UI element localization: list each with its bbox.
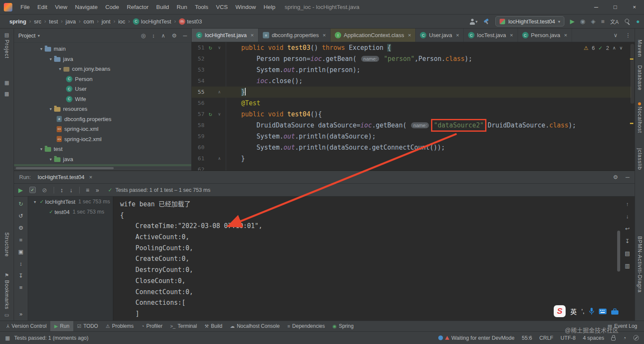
run-configuration-select[interactable]: locHightTest.test04 ▾ bbox=[495, 16, 564, 26]
tool-window-nocalhost-stripe[interactable]: Nocalhost bbox=[637, 102, 643, 133]
code-text[interactable]: } bbox=[224, 87, 631, 98]
project-tree-item-com-jont-ioc[interactable]: ▾com.jont.ioc bbox=[14, 164, 191, 166]
sort-by-duration-button[interactable]: ↓ bbox=[70, 187, 73, 194]
tool-window-structure-stripe[interactable]: Structure bbox=[0, 232, 14, 257]
expand-arrow-icon[interactable]: ▾ bbox=[38, 46, 45, 51]
code-text[interactable]: ioc.close(); bbox=[224, 75, 631, 87]
close-tab-icon[interactable]: × bbox=[510, 32, 513, 38]
up-stacktrace-icon[interactable]: ↑ bbox=[626, 201, 629, 207]
breadcrumb-src[interactable]: src bbox=[34, 18, 41, 25]
test-tree-item-test04[interactable]: ✓test041 sec 753 ms bbox=[28, 207, 113, 217]
project-tree-item-test[interactable]: ▾test bbox=[14, 144, 191, 154]
code-text[interactable]: DruidDataSource dataSource=ioc.getBean( … bbox=[224, 120, 631, 131]
close-tab-icon[interactable]: × bbox=[564, 32, 567, 38]
tool-window-bpmn-activiti-diagra-stripe[interactable]: BPMN-Activiti-Diagra bbox=[637, 236, 643, 293]
close-window-button[interactable]: × bbox=[625, 0, 644, 14]
code-text[interactable]: @Test bbox=[224, 98, 631, 109]
translate-button[interactable]: 文A bbox=[610, 18, 619, 25]
fold-icon[interactable]: ∧ bbox=[215, 153, 224, 164]
clear-console-icon[interactable]: ▥ bbox=[625, 263, 630, 269]
expand-arrow-icon[interactable]: ▾ bbox=[47, 157, 54, 162]
project-tree-item-spring-ioc2-xml[interactable]: <>spring-ioc2.xml bbox=[14, 134, 191, 145]
editor-tab-loctest-java[interactable]: ClocTest.java× bbox=[464, 29, 518, 42]
status-widget-55-6[interactable]: 55:6 bbox=[522, 335, 532, 341]
warning-stripe-mark[interactable] bbox=[630, 58, 633, 60]
fold-icon[interactable]: ∨ bbox=[215, 109, 224, 120]
chevron-down-icon[interactable]: ▾ bbox=[37, 33, 40, 38]
show-passed-toggle[interactable]: ✓ bbox=[29, 187, 36, 193]
more-icon[interactable]: » bbox=[19, 311, 22, 317]
close-tab-icon[interactable]: × bbox=[250, 32, 254, 38]
rerun-icon[interactable]: ↻ bbox=[19, 201, 23, 207]
project-settings-button[interactable]: ⚙ bbox=[172, 32, 177, 39]
maximize-window-button[interactable]: □ bbox=[606, 0, 625, 14]
run-test-gutter-icon[interactable]: ↻ bbox=[206, 109, 215, 120]
locate-file-button[interactable]: ◎ bbox=[141, 32, 146, 39]
hidden-tabs-button[interactable]: ∨ bbox=[610, 29, 621, 42]
run-test-gutter-icon[interactable]: ↻ bbox=[206, 42, 215, 53]
tool-window-project-stripe[interactable]: ▤ Project bbox=[0, 32, 14, 58]
close-icon[interactable]: × bbox=[89, 174, 92, 180]
menu-window[interactable]: Window bbox=[232, 4, 260, 10]
run-button[interactable]: ▶ bbox=[570, 18, 575, 25]
expand-all-button[interactable]: ↕ bbox=[152, 32, 155, 39]
monitor-icon[interactable]: ▭ bbox=[0, 312, 14, 318]
tool-window-run[interactable]: ▶Run bbox=[50, 321, 73, 331]
sogou-logo-icon[interactable]: S bbox=[554, 305, 566, 317]
pull-requests-tool-icon[interactable]: ▩ bbox=[0, 91, 14, 97]
tool-window-maven-stripe[interactable]: Maven bbox=[637, 40, 643, 57]
tool-window-version-control[interactable]: YVersion Control bbox=[3, 321, 50, 331]
project-tree-item-wife[interactable]: CWife bbox=[14, 94, 191, 104]
breadcrumb-test03[interactable]: mtest03 bbox=[179, 18, 202, 25]
editor-tab-person-java[interactable]: CPerson.java× bbox=[518, 29, 572, 42]
fold-icon[interactable]: ∨ bbox=[215, 42, 224, 53]
project-tree-item-person[interactable]: CPerson bbox=[14, 74, 191, 84]
expand-arrow-icon[interactable]: ▾ bbox=[47, 107, 54, 111]
breadcrumb-spring[interactable]: spring bbox=[9, 18, 26, 25]
stop-process-button[interactable]: ⊘ bbox=[42, 187, 47, 194]
tool-window-jclasslib-stripe[interactable]: jclasslib bbox=[637, 148, 643, 170]
project-tree-item-resources[interactable]: ▾resources bbox=[14, 104, 191, 114]
tool-window-terminal[interactable]: >_Terminal bbox=[166, 321, 201, 331]
tool-window-todo[interactable]: ☑TODO bbox=[73, 321, 102, 331]
warning-stripe-mark[interactable] bbox=[630, 123, 633, 124]
notifications-icon[interactable] bbox=[633, 335, 639, 341]
collapse-all-button[interactable]: ∧ bbox=[161, 32, 166, 39]
breadcrumb-java[interactable]: java bbox=[66, 18, 76, 25]
editor-tab-applicationcontext-class[interactable]: IApplicationContext.class× bbox=[331, 29, 416, 42]
menu-tools[interactable]: Tools bbox=[191, 4, 212, 10]
menu-help[interactable]: Help bbox=[260, 4, 279, 10]
menu-run[interactable]: Run bbox=[173, 4, 191, 10]
status-widget-crlf[interactable]: CRLF bbox=[539, 335, 553, 341]
tool-window-nocalhost-console[interactable]: ☁Nocalhost Console bbox=[226, 321, 284, 331]
menu-vcs[interactable]: VCS bbox=[212, 4, 232, 10]
tool-window-problems[interactable]: ⚠Problems bbox=[102, 321, 138, 331]
rerun-failed-icon[interactable]: ↺ bbox=[19, 213, 23, 219]
previous-problem-button[interactable]: ∧ bbox=[612, 45, 616, 51]
project-tree-item-spring-ioc-xml[interactable]: <>spring-ioc.xml bbox=[14, 124, 191, 134]
expand-arrow-icon[interactable]: ▾ bbox=[57, 66, 63, 71]
editor-tab-user-java[interactable]: CUser.java× bbox=[416, 29, 464, 42]
code-text[interactable] bbox=[224, 164, 631, 171]
down-stacktrace-icon[interactable]: ↓ bbox=[626, 213, 629, 220]
project-tree-item-java[interactable]: ▾java bbox=[14, 154, 191, 165]
stop-icon[interactable]: ■ bbox=[19, 237, 23, 243]
minimize-panel-icon[interactable]: ─ bbox=[626, 174, 630, 180]
fold-icon[interactable]: ∧ bbox=[215, 87, 224, 98]
menu-file[interactable]: File bbox=[17, 4, 34, 10]
editor-tab-dbconfig-properties[interactable]: ≡dbconfig.properties× bbox=[259, 29, 331, 42]
debug-button[interactable]: ◉ bbox=[580, 18, 585, 25]
close-tab-icon[interactable]: × bbox=[408, 32, 411, 38]
expand-all-button[interactable]: ≡ bbox=[86, 187, 89, 194]
tool-window-build[interactable]: ⚒Build bbox=[201, 321, 226, 331]
project-tree-item-com-jony-beans[interactable]: ▾com.jony.beans bbox=[14, 64, 191, 74]
editor-scrollbar[interactable] bbox=[630, 44, 634, 104]
menu-code[interactable]: Code bbox=[101, 4, 123, 10]
project-tree-item-dbconfig-properties[interactable]: #dbconfig.properties bbox=[14, 114, 191, 124]
tool-window-bookmarks-stripe[interactable]: ⚑ Bookmarks bbox=[0, 272, 14, 309]
project-tree-item-user[interactable]: CUser bbox=[14, 84, 191, 94]
test-settings-icon[interactable]: ⚙ bbox=[18, 225, 23, 231]
gauge-icon[interactable]: ◔ bbox=[623, 335, 626, 341]
devmode-widget[interactable]: Waiting for enter DevMode bbox=[438, 335, 515, 341]
expand-arrow-icon[interactable]: ▾ bbox=[38, 147, 45, 151]
